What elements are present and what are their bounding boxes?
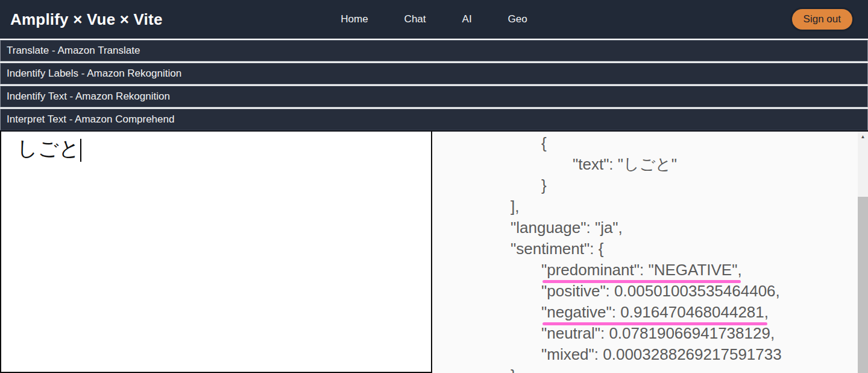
nav-links: Home Chat AI Geo bbox=[341, 13, 527, 25]
accordion-item-identify-text[interactable]: Indentify Text - Amazon Rekognition bbox=[0, 86, 868, 107]
accordion-item-identify-labels[interactable]: Indentify Labels - Amazon Rekognition bbox=[0, 63, 868, 84]
json-line: { bbox=[432, 133, 868, 154]
interpret-output-panel[interactable]: { "text": "しごと" } ], "language": "ja", "… bbox=[432, 132, 868, 373]
json-line-negative: "negative": 0.916470468044281, bbox=[432, 302, 868, 323]
nav-link-chat[interactable]: Chat bbox=[404, 13, 426, 25]
text-caret bbox=[80, 139, 81, 162]
json-line-predominant: "predominant": "NEGATIVE", bbox=[432, 260, 868, 281]
input-text-value: しごと bbox=[17, 137, 80, 160]
json-line: "sentiment": { bbox=[432, 238, 868, 260]
json-line: } bbox=[432, 175, 868, 196]
json-line: } bbox=[432, 365, 868, 373]
json-line: ], bbox=[432, 196, 868, 217]
json-line: "mixed": 0.0003288269217591733 bbox=[432, 344, 868, 365]
nav-link-geo[interactable]: Geo bbox=[508, 13, 527, 25]
app-title: Amplify × Vue × Vite bbox=[10, 10, 163, 29]
scroll-up-icon[interactable]: ▲ bbox=[858, 132, 868, 142]
navbar: Amplify × Vue × Vite Home Chat AI Geo Si… bbox=[0, 0, 868, 39]
accordion-item-interpret-text[interactable]: Interpret Text - Amazon Comprehend bbox=[0, 109, 868, 130]
json-output: { "text": "しごと" } ], "language": "ja", "… bbox=[432, 132, 868, 373]
interpret-text-panel: しごと { "text": "しごと" } ], "language": "ja… bbox=[0, 130, 868, 373]
accordion-item-translate[interactable]: Translate - Amazon Translate bbox=[0, 40, 868, 62]
json-line: "neutral": 0.07819066941738129, bbox=[432, 323, 868, 344]
json-line: "language": "ja", bbox=[432, 217, 868, 238]
service-accordion: Translate - Amazon Translate Indentify L… bbox=[0, 39, 868, 130]
nav-link-home[interactable]: Home bbox=[341, 13, 368, 25]
nav-link-ai[interactable]: AI bbox=[462, 13, 472, 25]
vertical-scrollbar[interactable]: ▲ bbox=[858, 132, 868, 373]
scrollbar-thumb[interactable] bbox=[858, 197, 868, 373]
sign-out-button[interactable]: Sign out bbox=[790, 7, 854, 31]
json-line: "positive": 0.00501003535464406, bbox=[432, 281, 868, 302]
json-line: "text": "しごと" bbox=[432, 154, 868, 175]
interpret-text-input[interactable]: しごと bbox=[0, 132, 432, 373]
